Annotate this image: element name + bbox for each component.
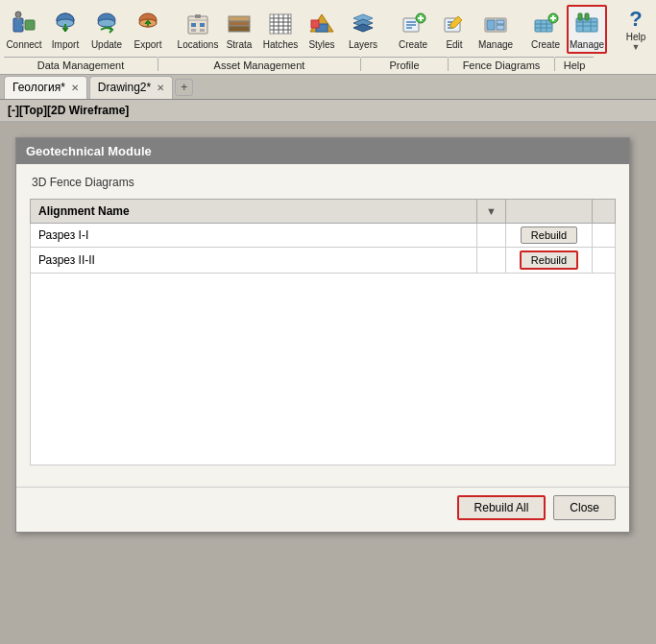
update-icon — [91, 9, 122, 39]
manage-profile-button[interactable]: Manage — [475, 6, 516, 53]
close-button[interactable]: Close — [553, 495, 616, 520]
view-label: [-][Top][2D Wireframe] — [0, 100, 656, 122]
edit-profile-icon — [439, 9, 470, 39]
svg-rect-51 — [497, 25, 504, 30]
create-profile-icon — [398, 9, 428, 39]
main-area: Geotechnical Module 3D Fence Diagrams Al… — [0, 122, 656, 644]
update-label: Update — [91, 39, 122, 50]
tab-drawing2-close[interactable]: ✕ — [157, 83, 164, 93]
manage-fence-button[interactable]: Manage — [567, 5, 607, 54]
svg-rect-2 — [17, 16, 19, 20]
rebuild-button-row2[interactable]: Rebuild — [520, 250, 578, 270]
table-row: Разрез I-I Rebuild — [31, 224, 616, 248]
tab-drawing2[interactable]: Drawing2* ✕ — [89, 76, 173, 99]
svg-rect-66 — [585, 13, 589, 20]
strata-label: Strata — [227, 39, 253, 50]
col-filter[interactable]: ▼ — [477, 200, 506, 224]
svg-rect-4 — [22, 24, 25, 26]
svg-rect-23 — [229, 21, 250, 26]
tab-add-button[interactable]: + — [175, 79, 193, 96]
fence-diagrams-label: Fence Diagrams — [449, 57, 554, 71]
import-button[interactable]: Import — [45, 6, 85, 53]
data-management-label: Data Management — [4, 57, 158, 71]
dialog-subtitle: 3D Fence Diagrams — [30, 176, 616, 189]
dialog-footer: Rebuild All Close — [16, 487, 629, 532]
export-icon — [133, 9, 163, 39]
tab-geology[interactable]: Геология* ✕ — [4, 76, 87, 99]
update-button[interactable]: Update — [86, 6, 127, 53]
layers-button[interactable]: Layers — [343, 6, 383, 53]
locations-button[interactable]: Locations — [178, 6, 218, 53]
row1-action: Rebuild — [506, 224, 593, 248]
svg-rect-16 — [191, 23, 196, 27]
view-label-text: [-][Top][2D Wireframe] — [8, 104, 129, 117]
help-section-label: Help — [555, 57, 594, 71]
tab-geology-label: Геология* — [12, 81, 65, 94]
rebuild-all-button[interactable]: Rebuild All — [457, 495, 547, 520]
hatches-label: Hatches — [263, 39, 299, 50]
tab-bar: Геология* ✕ Drawing2* ✕ + — [0, 75, 656, 100]
profile-group: Create Edit — [393, 6, 516, 53]
svg-point-10 — [98, 19, 115, 27]
tab-drawing2-label: Drawing2* — [98, 81, 151, 94]
row1-name: Разрез I-I — [31, 224, 477, 248]
svg-rect-21 — [198, 14, 201, 18]
row1-filter — [477, 224, 506, 248]
create-fence-label: Create — [531, 39, 560, 50]
locations-label: Locations — [178, 39, 219, 50]
edit-profile-button[interactable]: Edit — [434, 6, 474, 53]
toolbar-icons-row: Connect Import — [0, 0, 656, 56]
row2-name: Разрез II-II — [31, 248, 477, 274]
help-group: ? Help ▼ — [617, 4, 653, 54]
row2-filter — [477, 248, 506, 274]
col-name-text: Alignment Name — [38, 204, 130, 218]
tab-geology-close[interactable]: ✕ — [71, 83, 79, 93]
svg-rect-50 — [497, 20, 504, 24]
connect-button[interactable]: Connect — [4, 6, 44, 53]
data-management-group: Connect Import — [4, 6, 168, 53]
asset-management-group: Locations Strata — [178, 6, 383, 53]
svg-rect-3 — [25, 20, 35, 30]
row1-extra — [593, 224, 616, 248]
manage-profile-icon — [480, 9, 511, 39]
toolbar-section-labels: Data Management Asset Management Profile… — [0, 56, 656, 74]
manage-profile-label: Manage — [478, 39, 513, 50]
fence-diagrams-group: Create Manage — [525, 5, 607, 54]
connect-label: Connect — [6, 39, 41, 50]
import-label: Import — [52, 39, 79, 50]
svg-rect-36 — [311, 20, 319, 28]
export-label: Export — [134, 39, 162, 50]
hatches-icon — [265, 9, 296, 39]
export-button[interactable]: Export — [128, 6, 168, 53]
svg-rect-65 — [578, 13, 582, 20]
col-alignment-name: Alignment Name — [31, 200, 477, 224]
hatches-button[interactable]: Hatches — [260, 6, 301, 53]
connect-icon — [9, 9, 39, 39]
create-fence-button[interactable]: Create — [525, 6, 566, 53]
create-profile-button[interactable]: Create — [393, 6, 433, 53]
row2-extra — [593, 248, 616, 274]
dialog-body: 3D Fence Diagrams Alignment Name ▼ — [16, 164, 629, 487]
svg-rect-20 — [195, 14, 198, 18]
svg-rect-8 — [64, 24, 66, 30]
manage-fence-label: Manage — [570, 39, 604, 50]
strata-icon — [224, 9, 255, 39]
dialog-titlebar: Geotechnical Module — [16, 138, 629, 164]
filter-icon: ▼ — [486, 205, 497, 217]
edit-profile-label: Edit — [446, 39, 462, 50]
toolbar: Connect Import — [0, 0, 656, 75]
svg-rect-49 — [487, 20, 495, 30]
styles-button[interactable]: Styles — [302, 6, 342, 53]
svg-rect-19 — [200, 29, 205, 32]
rebuild-button-row1[interactable]: Rebuild — [521, 227, 577, 244]
svg-rect-18 — [191, 29, 196, 32]
strata-button[interactable]: Strata — [219, 6, 259, 53]
col-action — [506, 200, 593, 224]
dialog-title: Geotechnical Module — [26, 144, 152, 158]
alignment-table: Alignment Name ▼ Разрез I-I R — [30, 199, 616, 465]
import-icon — [50, 9, 81, 39]
styles-label: Styles — [308, 39, 334, 50]
table-row: Разрез II-II Rebuild — [31, 248, 616, 274]
asset-management-label: Asset Management — [158, 57, 360, 71]
help-button[interactable]: ? Help ▼ — [619, 4, 653, 54]
